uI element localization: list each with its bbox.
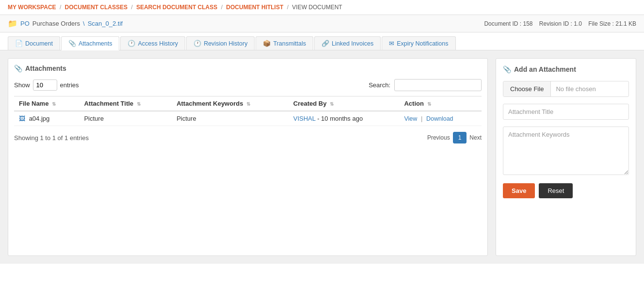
tab-transmittals[interactable]: 📦 Transmittals bbox=[256, 36, 313, 50]
show-label: Show bbox=[14, 81, 30, 89]
attachment-keywords-field bbox=[503, 127, 629, 176]
attachment-keywords-value: Picture bbox=[177, 115, 196, 122]
search-input[interactable] bbox=[394, 79, 482, 91]
document-icon: 📄 bbox=[15, 40, 23, 47]
tab-document-label: Document bbox=[25, 40, 53, 47]
pagination-controls: Previous 1 Next bbox=[427, 132, 482, 143]
col-created-by-label: Created By bbox=[293, 100, 327, 107]
cell-action: View | Download bbox=[399, 111, 482, 126]
tab-bar: 📄 Document 📎 Attachments 🕐 Access Histor… bbox=[0, 32, 644, 50]
col-attachment-keywords-label: Attachment Keywords bbox=[177, 100, 243, 107]
col-action-label: Action bbox=[404, 100, 423, 107]
add-attachment-panel: 📎 Add an Attachment Choose File No file … bbox=[496, 58, 636, 256]
sort-created-by-icon: ⇅ bbox=[330, 101, 334, 107]
tab-attachments-label: Attachments bbox=[79, 40, 112, 47]
revision-id-label: Revision ID : bbox=[539, 20, 572, 27]
cell-attachment-title: Picture bbox=[79, 111, 172, 126]
download-link[interactable]: Download bbox=[426, 115, 453, 122]
action-buttons: Save Reset bbox=[503, 183, 629, 198]
created-by-link[interactable]: VISHAL bbox=[293, 115, 316, 122]
folder-label: PO bbox=[20, 20, 30, 27]
col-file-name[interactable]: File Name ⇅ bbox=[14, 96, 79, 111]
document-header: 📁 PO Purchase Orders \ Scan_0_2.tif Docu… bbox=[0, 15, 644, 32]
table-row: 🖼 a04.jpg Picture Picture VISHAL - 10 mo… bbox=[14, 111, 482, 126]
col-attachment-title-label: Attachment Title bbox=[84, 100, 133, 107]
page-1-button[interactable]: 1 bbox=[453, 132, 467, 143]
pagination-bar: Showing 1 to 1 of 1 entries Previous 1 N… bbox=[14, 132, 482, 143]
search-bar: Search: bbox=[369, 79, 482, 91]
cell-created-by: VISHAL - 10 months ago bbox=[289, 111, 400, 126]
tab-expiry-notifications-label: Expiry Notifications bbox=[397, 40, 448, 47]
col-file-name-label: File Name bbox=[19, 100, 48, 107]
document-path: 📁 PO Purchase Orders \ Scan_0_2.tif bbox=[8, 19, 123, 28]
file-size-value: 21.1 KB bbox=[615, 20, 636, 27]
table-header-row: File Name ⇅ Attachment Title ⇅ Attachmen… bbox=[14, 96, 482, 111]
view-link[interactable]: View bbox=[404, 115, 417, 122]
tab-access-history[interactable]: 🕐 Access History bbox=[120, 36, 185, 50]
breadcrumb-sep-2: / bbox=[131, 4, 134, 11]
breadcrumb-view-document: VIEW DOCUMENT bbox=[292, 4, 342, 11]
panel-attach-icon: 📎 bbox=[14, 64, 22, 72]
doc-id-label: Document ID : bbox=[484, 20, 521, 27]
attachments-panel-title: 📎 Attachments bbox=[14, 64, 482, 72]
tab-linked-invoices-label: Linked Invoices bbox=[332, 40, 373, 47]
file-name: Scan_0_2.tif bbox=[88, 20, 123, 27]
choose-file-button[interactable]: Choose File bbox=[503, 81, 551, 96]
breadcrumb-sep-4: / bbox=[287, 4, 290, 11]
attachments-panel: 📎 Attachments Show entries Search: File … bbox=[8, 58, 488, 256]
attachment-keywords-textarea[interactable] bbox=[503, 127, 629, 175]
folder-icon: 📁 bbox=[8, 19, 17, 28]
add-attach-icon: 📎 bbox=[503, 65, 511, 73]
tab-document[interactable]: 📄 Document bbox=[8, 36, 60, 50]
tab-attachments[interactable]: 📎 Attachments bbox=[61, 36, 119, 50]
save-button[interactable]: Save bbox=[503, 183, 535, 198]
entries-count-input[interactable] bbox=[33, 79, 57, 91]
file-size-label: File Size : bbox=[588, 20, 614, 27]
add-attachment-title-text: Add an Attachment bbox=[514, 65, 576, 73]
col-created-by[interactable]: Created By ⇅ bbox=[289, 96, 400, 111]
sort-attachment-keywords-icon: ⇅ bbox=[246, 101, 250, 107]
attachments-title-text: Attachments bbox=[25, 64, 66, 72]
breadcrumb-my-workspace[interactable]: MY WORKSPACE bbox=[8, 4, 56, 11]
cell-attachment-keywords: Picture bbox=[172, 111, 289, 126]
search-label: Search: bbox=[369, 81, 390, 89]
file-img-icon: 🖼 bbox=[19, 115, 25, 122]
breadcrumb-document-classes[interactable]: DOCUMENT CLASSES bbox=[65, 4, 128, 11]
breadcrumb-sep-3: / bbox=[221, 4, 225, 11]
attachments-icon: 📎 bbox=[68, 40, 76, 47]
previous-page-button[interactable]: Previous bbox=[427, 134, 450, 141]
tab-revision-history-label: Revision History bbox=[204, 40, 247, 47]
action-separator: | bbox=[421, 115, 424, 122]
tab-revision-history[interactable]: 🕐 Revision History bbox=[186, 36, 255, 50]
revision-history-icon: 🕐 bbox=[193, 40, 201, 47]
entries-label: entries bbox=[60, 81, 79, 89]
linked-invoices-icon: 🔗 bbox=[322, 40, 329, 47]
attachment-title-field bbox=[503, 104, 629, 120]
breadcrumb-search-document-class[interactable]: SEARCH DOCUMENT CLASS bbox=[136, 4, 217, 11]
col-attachment-keywords[interactable]: Attachment Keywords ⇅ bbox=[172, 96, 289, 111]
transmittals-icon: 📦 bbox=[263, 40, 271, 47]
table-body: 🖼 a04.jpg Picture Picture VISHAL - 10 mo… bbox=[14, 111, 482, 126]
sort-action-icon: ⇅ bbox=[427, 101, 431, 107]
main-content: 📎 Attachments Show entries Search: File … bbox=[0, 50, 644, 264]
created-time-value: 10 months ago bbox=[321, 115, 363, 122]
path-separator: \ bbox=[83, 20, 85, 27]
tab-linked-invoices[interactable]: 🔗 Linked Invoices bbox=[314, 36, 381, 50]
col-attachment-title[interactable]: Attachment Title ⇅ bbox=[79, 96, 172, 111]
reset-button[interactable]: Reset bbox=[539, 183, 573, 198]
next-page-button[interactable]: Next bbox=[469, 134, 482, 141]
attachments-table: File Name ⇅ Attachment Title ⇅ Attachmen… bbox=[14, 96, 482, 126]
doc-id-value: 158 bbox=[523, 20, 532, 27]
col-action[interactable]: Action ⇅ bbox=[399, 96, 482, 111]
breadcrumb-document-hitlist[interactable]: DOCUMENT HITLIST bbox=[226, 4, 283, 11]
sort-file-name-icon: ⇅ bbox=[52, 101, 56, 107]
sort-attachment-title-icon: ⇅ bbox=[137, 101, 141, 107]
tab-access-history-label: Access History bbox=[138, 40, 178, 47]
revision-id-value: 1.0 bbox=[574, 20, 582, 27]
tab-transmittals-label: Transmittals bbox=[273, 40, 306, 47]
file-name-value: a04.jpg bbox=[29, 115, 50, 122]
no-file-chosen-text: No file chosen bbox=[551, 81, 628, 96]
attachment-title-input[interactable] bbox=[503, 104, 629, 120]
tab-expiry-notifications[interactable]: ✉ Expiry Notifications bbox=[382, 36, 455, 50]
file-input-row: Choose File No file chosen bbox=[503, 81, 629, 97]
